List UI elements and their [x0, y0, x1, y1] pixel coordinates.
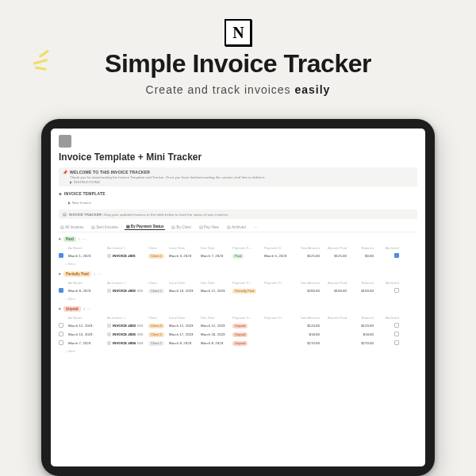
cell-issue: March 8, 2023 — [169, 341, 198, 345]
page-icon — [107, 341, 111, 345]
status-chip-partial[interactable]: Partially Paid — [232, 289, 256, 294]
archived-checkbox[interactable] — [394, 332, 399, 336]
chevron-down-icon: ▾ — [59, 307, 61, 311]
instructions-label: INSTRUCTIONS — [74, 180, 100, 184]
col-payment-date[interactable]: Payment D... — [264, 246, 293, 250]
notion-logo-icon: N — [225, 19, 251, 46]
status-badge-partial: Partially Paid — [63, 271, 91, 277]
col-name[interactable]: Aa Name — [68, 246, 104, 250]
status-chip-unpaid[interactable]: Unpaid — [232, 324, 248, 328]
col-paid[interactable]: Amount Paid — [323, 246, 347, 250]
cell-balance: $120.00 — [350, 324, 374, 328]
tab-pay-view[interactable]: ▤ Pay View — [198, 225, 221, 230]
table-row[interactable]: March 1, 2023 INVOICE #001 Client 2 Marc… — [59, 251, 417, 260]
cell-date: March 12, 2023 — [68, 324, 104, 328]
archived-checkbox[interactable] — [394, 288, 399, 293]
table-row[interactable]: March 7, 2023 INVOICE #004 004 Client 1 … — [59, 339, 417, 347]
row-checkbox[interactable] — [59, 340, 63, 345]
row-checkbox[interactable] — [59, 253, 63, 258]
cell-due: March 7, 2023 — [201, 254, 229, 258]
tracker-banner: ▤ INVOICE TRACKER: Drag your updated inv… — [59, 209, 417, 219]
cell-balance: $18.00 — [350, 332, 374, 336]
tab-all-invoices[interactable]: ▤ All Invoices — [59, 225, 85, 230]
tab-more-menu[interactable]: ⋯ — [252, 225, 259, 230]
welcome-body: Thank you for downloading the Invoice Te… — [70, 175, 266, 179]
row-checkbox[interactable] — [59, 288, 63, 293]
new-invoice-link[interactable]: New Invoice — [68, 201, 417, 205]
table-row[interactable]: March 15, 2023 INVOICE #005 005 Client 2… — [59, 330, 417, 339]
group-partial-count: 1 — [94, 272, 95, 276]
table-header: Aa Name Aa Invoice # Client Issue Date D… — [59, 244, 417, 251]
subhead-emph: easily — [294, 83, 330, 96]
group-unpaid-toggle[interactable]: ▾ Unpaid 3 ⋯ — [59, 306, 417, 312]
row-checkbox[interactable] — [59, 332, 63, 336]
subhead-prefix: Create and track invoices — [146, 83, 295, 96]
cell-due: March 12, 2023 — [201, 289, 229, 293]
table-row[interactable]: March 8, 2023 INVOICE #002 002 Client 1 … — [59, 286, 417, 295]
status-badge-unpaid: Unpaid — [63, 306, 81, 312]
cell-due: March 12, 2023 — [201, 324, 229, 328]
col-invoice[interactable]: Aa Invoice # — [107, 246, 145, 250]
group-unpaid-more[interactable]: ⋯ — [87, 307, 90, 311]
cell-invoice-link[interactable]: INVOICE #001 — [107, 254, 145, 258]
col-total[interactable]: Total Amount — [296, 246, 320, 250]
cell-issue: March 3, 2023 — [169, 254, 198, 258]
archived-checkbox[interactable] — [394, 253, 399, 258]
cell-issue: March 17, 2023 — [169, 332, 198, 336]
cell-invoice-link[interactable]: INVOICE #003 003 — [107, 324, 145, 328]
cell-invoice-link[interactable]: INVOICE #005 005 — [107, 332, 145, 336]
cell-invoice-link[interactable]: INVOICE #002 002 — [107, 289, 145, 293]
status-chip-paid[interactable]: Paid — [232, 254, 244, 259]
group-partial-more[interactable]: ⋯ — [98, 272, 101, 276]
client-chip[interactable]: Client 2 — [148, 332, 164, 337]
promo-headline: Simple Invoice Tracker — [0, 49, 476, 79]
cell-total: $270.00 — [296, 341, 320, 345]
tab-archived[interactable]: ▤ Archived — [225, 225, 248, 230]
status-chip-unpaid[interactable]: Unpaid — [232, 332, 248, 337]
database-icon: ▤ — [63, 212, 67, 217]
tracker-text: Drag your updated invoices to the table … — [103, 213, 228, 217]
group-paid-count: 1 — [79, 237, 80, 241]
cell-total: $120.00 — [296, 324, 320, 328]
client-chip[interactable]: Client 2 — [148, 254, 164, 259]
cell-due: March 20, 2023 — [201, 332, 229, 336]
archived-checkbox[interactable] — [394, 323, 399, 328]
cell-invoice-link[interactable]: INVOICE #004 004 — [107, 341, 145, 345]
client-chip[interactable]: Client 1 — [148, 341, 164, 346]
cell-issue: March 12, 2023 — [169, 324, 198, 328]
col-balance[interactable]: Balance — [350, 246, 374, 250]
client-chip[interactable]: Client 1 — [148, 289, 164, 294]
tab-by-payment-status[interactable]: ▤ By Payment Status — [125, 224, 166, 230]
col-archived[interactable]: Archived — [377, 246, 399, 250]
tab-by-client[interactable]: ▤ By Client — [170, 225, 192, 230]
new-row-button[interactable]: + New — [59, 295, 417, 302]
app-screen: Invoice Template + Mini Tracker 📌 WELCOM… — [51, 129, 425, 466]
welcome-heading: WELCOME TO THIS INVOICE TRACKER — [70, 170, 266, 175]
col-client[interactable]: Client — [148, 246, 166, 250]
col-due-date[interactable]: Due Date — [201, 246, 229, 250]
group-paid-more[interactable]: ⋯ — [83, 237, 86, 241]
diamond-icon: ◆ — [59, 191, 62, 196]
page-icon[interactable] — [59, 135, 71, 148]
pin-icon: 📌 — [63, 170, 67, 175]
tab-sent-invoices[interactable]: ▤ Sent Invoices — [90, 225, 120, 230]
group-partial-toggle[interactable]: ▾ Partially Paid 1 ⋯ — [59, 271, 417, 277]
cell-date: March 7, 2023 — [68, 341, 104, 345]
instructions-toggle[interactable]: INSTRUCTIONS — [70, 180, 266, 184]
table-row[interactable]: March 12, 2023 INVOICE #003 003 Client 3… — [59, 321, 417, 330]
new-row-button[interactable]: + New — [59, 347, 417, 355]
status-chip-unpaid[interactable]: Unpaid — [232, 341, 248, 346]
new-row-button[interactable]: + New — [59, 260, 417, 267]
archived-checkbox[interactable] — [394, 340, 399, 345]
template-heading: INVOICE TEMPLATE — [64, 191, 106, 196]
promo-subheadline: Create and track invoices easily — [0, 83, 476, 96]
chevron-right-icon — [68, 202, 71, 205]
col-issue-date[interactable]: Issue Date — [169, 246, 198, 250]
col-payment-status[interactable]: Payment S... — [232, 246, 261, 250]
new-invoice-label: New Invoice — [72, 201, 91, 205]
cell-balance: $0.00 — [350, 254, 374, 258]
group-paid-toggle[interactable]: ▾ Paid 1 ⋯ — [59, 236, 417, 242]
row-checkbox[interactable] — [59, 323, 63, 328]
client-chip[interactable]: Client 3 — [148, 324, 164, 328]
cell-total: $18.00 — [296, 332, 320, 336]
